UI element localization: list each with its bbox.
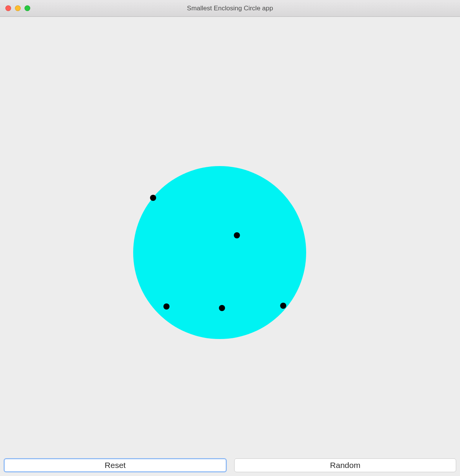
point[interactable] (234, 232, 240, 238)
close-icon[interactable] (5, 5, 11, 11)
point[interactable] (219, 305, 225, 311)
random-button[interactable]: Random (234, 458, 456, 472)
titlebar: Smallest Enclosing Circle app (0, 0, 460, 17)
point[interactable] (280, 303, 286, 309)
button-bar: Reset Random (0, 455, 460, 476)
app-window: Smallest Enclosing Circle app Reset Rand… (0, 0, 460, 476)
traffic-lights (5, 5, 30, 11)
point[interactable] (163, 303, 170, 310)
drawing-canvas[interactable] (0, 17, 460, 455)
enclosing-circle (133, 166, 306, 339)
canvas-area[interactable] (0, 17, 460, 455)
point[interactable] (150, 195, 156, 201)
zoom-icon[interactable] (24, 5, 30, 11)
window-title: Smallest Enclosing Circle app (187, 5, 273, 12)
reset-button[interactable]: Reset (4, 458, 227, 472)
minimize-icon[interactable] (15, 5, 21, 11)
